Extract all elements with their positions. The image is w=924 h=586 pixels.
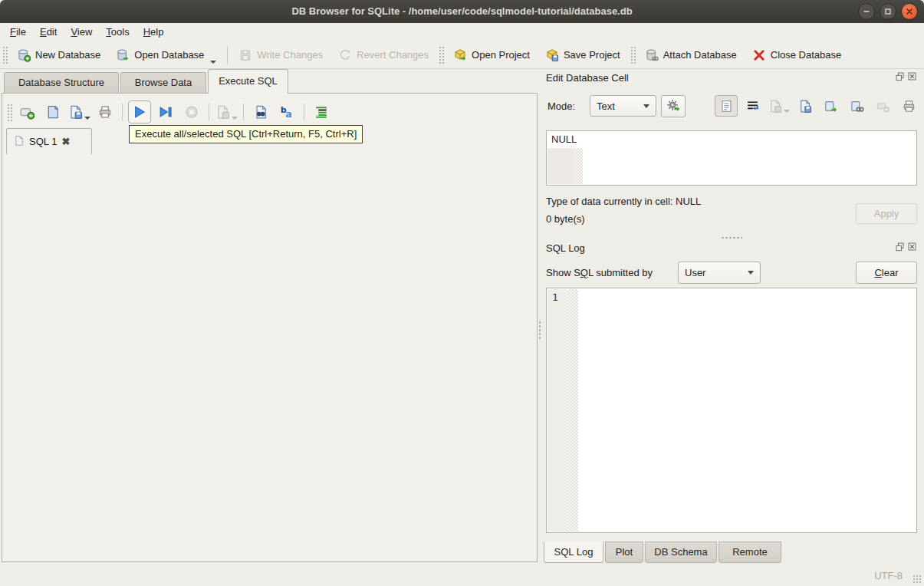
resize-grip[interactable] [912, 574, 922, 584]
main-toolbar: New DatabaseOpen DatabaseWrite ChangesRe… [0, 41, 924, 69]
save-results-icon [215, 104, 230, 120]
vertical-splitter-handle[interactable] [538, 321, 541, 341]
open-sql-file-button[interactable] [41, 100, 64, 123]
format-sql-button[interactable] [310, 100, 333, 123]
revert-changes-icon [338, 48, 352, 62]
toolbar-label: New Database [35, 49, 100, 61]
dock-tab-db-schema[interactable]: DB Schema [645, 542, 717, 563]
splitter-handle[interactable] [721, 236, 742, 239]
word-wrap-icon [745, 99, 760, 114]
mode-select[interactable]: Text [590, 95, 656, 117]
tab-label: DB Schema [654, 546, 707, 558]
minimize-icon [862, 7, 871, 16]
close-tab-icon[interactable]: ✖ [61, 136, 70, 147]
execute-sql-page [2, 93, 538, 562]
close-database-button[interactable]: Close Database [745, 44, 850, 67]
tab-label: Database Structure [18, 77, 104, 88]
toolbar-label: Attach Database [663, 49, 737, 61]
tab-label: Execute SQL [219, 75, 278, 87]
tab-database-structure[interactable]: Database Structure [4, 72, 119, 94]
dock-tab-remote[interactable]: Remote [718, 542, 781, 563]
minimize-button[interactable] [858, 3, 875, 20]
menu-view[interactable]: View [64, 23, 99, 41]
toolbar-handle[interactable] [2, 45, 8, 65]
word-wrap-button[interactable] [741, 95, 764, 117]
db-attach-icon [645, 48, 659, 62]
save-sql-file-button[interactable] [67, 100, 90, 123]
execute-sql-button[interactable] [128, 100, 151, 123]
svg-text:a: a [285, 108, 291, 120]
cell-editor[interactable]: NULL [546, 130, 917, 186]
new-sql-tab-button[interactable] [15, 100, 38, 123]
cell-toolbar [712, 95, 920, 117]
print-cell-button[interactable] [897, 95, 920, 117]
toolbar-label: Open Database [134, 49, 204, 61]
filter-label: Show SQL submitted by [546, 267, 653, 278]
find-replace-button[interactable] [249, 100, 272, 123]
sql-editor-tab[interactable]: SQL 1 ✖ [6, 128, 92, 154]
save-sql-file-icon [67, 104, 83, 120]
save-project-button[interactable]: Save Project [538, 44, 628, 67]
dock-tab-sql-log[interactable]: SQL Log [544, 542, 603, 563]
clear-log-button[interactable]: Clear [856, 262, 917, 284]
save-results-button [215, 100, 238, 123]
apply-mode-button[interactable] [661, 95, 686, 117]
link-icon [850, 99, 864, 114]
new-database-button[interactable]: New Database [9, 44, 108, 67]
close-dock-icon[interactable] [907, 71, 917, 84]
cell-value: NULL [551, 133, 577, 145]
dock-tab-plot[interactable]: Plot [605, 542, 643, 563]
apply-button[interactable]: Apply [856, 203, 917, 224]
toolbar-handle[interactable] [438, 45, 444, 65]
text-mode-icon [719, 99, 734, 114]
log-filter-select[interactable]: User [678, 262, 761, 284]
export-cell-data-button[interactable] [819, 95, 842, 117]
attach-database-button[interactable]: Attach Database [637, 44, 745, 67]
close-icon [905, 7, 914, 16]
tab-execute-sql[interactable]: Execute SQL [208, 69, 288, 94]
chevron-down-icon [784, 110, 790, 113]
chevron-down-icon [232, 117, 238, 120]
menu-help[interactable]: Help [136, 23, 171, 41]
cell-dock-header: Edit Database Cell [546, 71, 917, 84]
tab-label: Remote [732, 546, 768, 558]
cell-fold-margin [573, 148, 583, 184]
float-dock-icon[interactable] [895, 242, 905, 254]
maximize-button[interactable] [880, 3, 896, 20]
float-dock-icon[interactable] [895, 71, 905, 84]
menu-file[interactable]: File [3, 23, 33, 41]
chevron-down-icon[interactable] [210, 61, 216, 64]
open-sql-file-icon [45, 104, 61, 120]
project-save-icon [545, 48, 559, 62]
close-button[interactable] [901, 3, 918, 20]
auto-completion-button[interactable]: ba [275, 100, 298, 123]
toolbar-handle[interactable] [630, 45, 636, 65]
sql-log-view[interactable]: 1 [546, 288, 917, 533]
sql-editor-toolbar: ba [5, 98, 534, 126]
text-mode-button[interactable] [715, 95, 738, 117]
cell-size-label: 0 byte(s) [546, 213, 585, 225]
open-in-external-button[interactable] [845, 95, 868, 117]
toolbar-handle[interactable] [6, 103, 12, 121]
toolbar-label: Open Project [472, 49, 530, 61]
tab-label: Plot [616, 546, 633, 558]
import-cell-data-button[interactable] [793, 95, 816, 117]
print-sql-button[interactable] [94, 100, 117, 123]
find-icon [253, 104, 268, 120]
log-fold-margin [567, 289, 578, 532]
close-dock-icon[interactable] [907, 242, 917, 254]
write-changes-icon [238, 48, 252, 62]
toolbar-label: Close Database [771, 49, 842, 61]
open-project-button[interactable]: Open Project [446, 44, 538, 67]
menu-edit[interactable]: Edit [33, 23, 64, 41]
menu-tools[interactable]: Tools [99, 23, 136, 41]
execute-line-icon [158, 104, 173, 120]
execute-all-icon [132, 104, 147, 120]
execute-current-line-button[interactable] [154, 100, 177, 123]
chevron-down-icon [643, 104, 649, 108]
tab-browse-data[interactable]: Browse Data [120, 72, 206, 94]
open-database-button[interactable]: Open Database [108, 44, 224, 67]
encoding-indicator[interactable]: UTF-8 [874, 570, 903, 581]
save-cell-button [767, 95, 790, 117]
sql-doc-icon [13, 135, 25, 149]
